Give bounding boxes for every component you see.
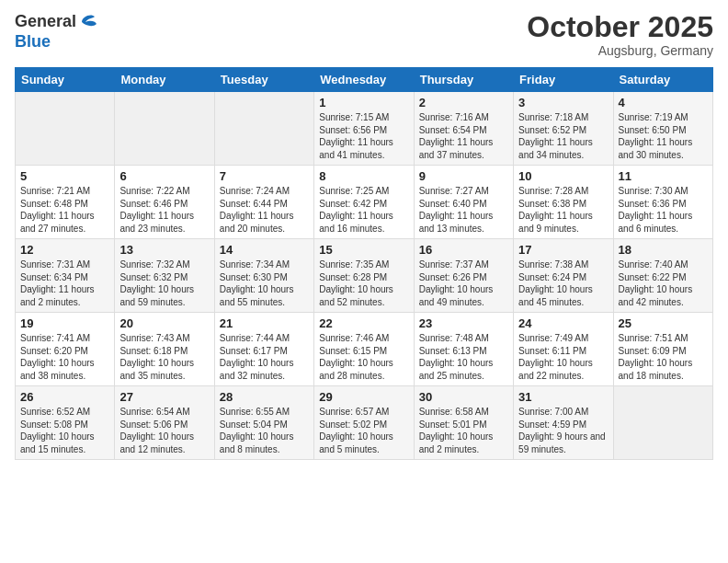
day-cell-w5-d7 bbox=[613, 386, 712, 460]
header-friday: Friday bbox=[514, 68, 613, 92]
day-number: 11 bbox=[619, 169, 708, 183]
day-info: Sunrise: 7:51 AM Sunset: 6:09 PM Dayligh… bbox=[619, 332, 708, 382]
day-info: Sunrise: 6:55 AM Sunset: 5:04 PM Dayligh… bbox=[220, 406, 309, 455]
day-info: Sunrise: 7:16 AM Sunset: 6:54 PM Dayligh… bbox=[419, 111, 508, 161]
week-row-4: 19Sunrise: 7:41 AM Sunset: 6:20 PM Dayli… bbox=[16, 313, 713, 386]
day-number: 21 bbox=[220, 316, 309, 330]
day-number: 13 bbox=[119, 243, 209, 257]
calendar-table: Sunday Monday Tuesday Wednesday Thursday… bbox=[15, 67, 713, 460]
day-info: Sunrise: 7:40 AM Sunset: 6:22 PM Dayligh… bbox=[619, 259, 708, 308]
day-info: Sunrise: 7:27 AM Sunset: 6:40 PM Dayligh… bbox=[419, 185, 508, 235]
day-cell-w2-d4: 8Sunrise: 7:25 AM Sunset: 6:42 PM Daylig… bbox=[314, 166, 414, 239]
day-number: 16 bbox=[419, 243, 508, 257]
day-cell-w2-d1: 5Sunrise: 7:21 AM Sunset: 6:48 PM Daylig… bbox=[16, 166, 115, 239]
day-number: 25 bbox=[619, 316, 708, 330]
day-cell-w1-d5: 2Sunrise: 7:16 AM Sunset: 6:54 PM Daylig… bbox=[414, 92, 513, 166]
day-number: 2 bbox=[419, 96, 508, 109]
day-number: 3 bbox=[518, 96, 608, 109]
week-row-2: 5Sunrise: 7:21 AM Sunset: 6:48 PM Daylig… bbox=[16, 166, 713, 239]
day-cell-w5-d4: 29Sunrise: 6:57 AM Sunset: 5:02 PM Dayli… bbox=[314, 386, 414, 460]
day-number: 24 bbox=[518, 316, 608, 330]
header: General Blue October 2025 Augsburg, Germ… bbox=[15, 11, 713, 58]
day-number: 5 bbox=[20, 169, 109, 183]
day-number: 4 bbox=[619, 96, 708, 109]
day-cell-w2-d7: 11Sunrise: 7:30 AM Sunset: 6:36 PM Dayli… bbox=[613, 166, 712, 239]
day-info: Sunrise: 7:37 AM Sunset: 6:26 PM Dayligh… bbox=[419, 259, 508, 308]
day-cell-w1-d1 bbox=[16, 92, 115, 166]
day-number: 22 bbox=[319, 316, 408, 330]
day-number: 7 bbox=[220, 169, 309, 183]
weekday-header-row: Sunday Monday Tuesday Wednesday Thursday… bbox=[16, 68, 713, 92]
day-cell-w3-d7: 18Sunrise: 7:40 AM Sunset: 6:22 PM Dayli… bbox=[613, 239, 712, 313]
header-tuesday: Tuesday bbox=[214, 68, 313, 92]
day-cell-w2-d3: 7Sunrise: 7:24 AM Sunset: 6:44 PM Daylig… bbox=[214, 166, 313, 239]
day-info: Sunrise: 7:19 AM Sunset: 6:50 PM Dayligh… bbox=[619, 111, 708, 161]
day-info: Sunrise: 6:58 AM Sunset: 5:01 PM Dayligh… bbox=[419, 406, 508, 455]
day-number: 10 bbox=[518, 169, 608, 183]
day-number: 30 bbox=[419, 390, 508, 404]
day-info: Sunrise: 7:32 AM Sunset: 6:32 PM Dayligh… bbox=[119, 259, 209, 308]
day-number: 29 bbox=[319, 390, 408, 404]
day-cell-w4-d1: 19Sunrise: 7:41 AM Sunset: 6:20 PM Dayli… bbox=[16, 313, 115, 386]
week-row-3: 12Sunrise: 7:31 AM Sunset: 6:34 PM Dayli… bbox=[16, 239, 713, 313]
day-info: Sunrise: 7:38 AM Sunset: 6:24 PM Dayligh… bbox=[518, 259, 608, 308]
day-cell-w4-d5: 23Sunrise: 7:48 AM Sunset: 6:13 PM Dayli… bbox=[414, 313, 513, 386]
day-cell-w3-d1: 12Sunrise: 7:31 AM Sunset: 6:34 PM Dayli… bbox=[16, 239, 115, 313]
day-number: 26 bbox=[20, 390, 109, 404]
day-info: Sunrise: 7:43 AM Sunset: 6:18 PM Dayligh… bbox=[119, 332, 209, 382]
header-sunday: Sunday bbox=[16, 68, 115, 92]
day-info: Sunrise: 7:28 AM Sunset: 6:38 PM Dayligh… bbox=[518, 185, 608, 235]
day-number: 28 bbox=[220, 390, 309, 404]
header-thursday: Thursday bbox=[414, 68, 513, 92]
day-info: Sunrise: 6:54 AM Sunset: 5:06 PM Dayligh… bbox=[119, 406, 209, 455]
day-info: Sunrise: 7:35 AM Sunset: 6:28 PM Dayligh… bbox=[319, 259, 408, 308]
day-number: 6 bbox=[119, 169, 209, 183]
day-cell-w3-d5: 16Sunrise: 7:37 AM Sunset: 6:26 PM Dayli… bbox=[414, 239, 513, 313]
logo-general-text: General bbox=[15, 13, 76, 31]
day-cell-w4-d6: 24Sunrise: 7:49 AM Sunset: 6:11 PM Dayli… bbox=[514, 313, 613, 386]
day-cell-w2-d2: 6Sunrise: 7:22 AM Sunset: 6:46 PM Daylig… bbox=[115, 166, 214, 239]
day-cell-w5-d2: 27Sunrise: 6:54 AM Sunset: 5:06 PM Dayli… bbox=[115, 386, 214, 460]
day-cell-w3-d4: 15Sunrise: 7:35 AM Sunset: 6:28 PM Dayli… bbox=[314, 239, 414, 313]
day-cell-w3-d3: 14Sunrise: 7:34 AM Sunset: 6:30 PM Dayli… bbox=[214, 239, 313, 313]
day-info: Sunrise: 7:15 AM Sunset: 6:56 PM Dayligh… bbox=[319, 111, 408, 161]
day-number: 14 bbox=[220, 243, 309, 257]
day-cell-w1-d2 bbox=[115, 92, 214, 166]
day-number: 12 bbox=[20, 243, 109, 257]
day-number: 27 bbox=[119, 390, 209, 404]
day-cell-w1-d4: 1Sunrise: 7:15 AM Sunset: 6:56 PM Daylig… bbox=[314, 92, 414, 166]
day-cell-w4-d7: 25Sunrise: 7:51 AM Sunset: 6:09 PM Dayli… bbox=[613, 313, 712, 386]
calendar-title: October 2025 bbox=[527, 11, 713, 43]
day-info: Sunrise: 7:46 AM Sunset: 6:15 PM Dayligh… bbox=[319, 332, 408, 382]
day-number: 15 bbox=[319, 243, 408, 257]
day-number: 1 bbox=[319, 96, 408, 109]
day-number: 19 bbox=[20, 316, 109, 330]
day-info: Sunrise: 7:18 AM Sunset: 6:52 PM Dayligh… bbox=[518, 111, 608, 161]
day-info: Sunrise: 7:41 AM Sunset: 6:20 PM Dayligh… bbox=[20, 332, 109, 382]
day-info: Sunrise: 7:22 AM Sunset: 6:46 PM Dayligh… bbox=[119, 185, 209, 235]
day-number: 8 bbox=[319, 169, 408, 183]
day-number: 31 bbox=[518, 390, 608, 404]
day-info: Sunrise: 6:52 AM Sunset: 5:08 PM Dayligh… bbox=[20, 406, 109, 455]
day-info: Sunrise: 7:21 AM Sunset: 6:48 PM Dayligh… bbox=[20, 185, 109, 235]
day-number: 9 bbox=[419, 169, 508, 183]
header-monday: Monday bbox=[115, 68, 214, 92]
week-row-1: 1Sunrise: 7:15 AM Sunset: 6:56 PM Daylig… bbox=[16, 92, 713, 166]
day-cell-w5-d5: 30Sunrise: 6:58 AM Sunset: 5:01 PM Dayli… bbox=[414, 386, 513, 460]
day-info: Sunrise: 7:31 AM Sunset: 6:34 PM Dayligh… bbox=[20, 259, 109, 308]
day-cell-w5-d1: 26Sunrise: 6:52 AM Sunset: 5:08 PM Dayli… bbox=[16, 386, 115, 460]
day-cell-w5-d3: 28Sunrise: 6:55 AM Sunset: 5:04 PM Dayli… bbox=[214, 386, 313, 460]
day-info: Sunrise: 7:34 AM Sunset: 6:30 PM Dayligh… bbox=[220, 259, 309, 308]
day-info: Sunrise: 6:57 AM Sunset: 5:02 PM Dayligh… bbox=[319, 406, 408, 455]
day-info: Sunrise: 7:00 AM Sunset: 4:59 PM Dayligh… bbox=[518, 406, 608, 455]
title-block: October 2025 Augsburg, Germany bbox=[527, 11, 713, 58]
day-cell-w1-d7: 4Sunrise: 7:19 AM Sunset: 6:50 PM Daylig… bbox=[613, 92, 712, 166]
day-cell-w1-d6: 3Sunrise: 7:18 AM Sunset: 6:52 PM Daylig… bbox=[514, 92, 613, 166]
header-wednesday: Wednesday bbox=[314, 68, 414, 92]
day-info: Sunrise: 7:25 AM Sunset: 6:42 PM Dayligh… bbox=[319, 185, 408, 235]
logo: General Blue bbox=[15, 11, 97, 52]
day-cell-w2-d5: 9Sunrise: 7:27 AM Sunset: 6:40 PM Daylig… bbox=[414, 166, 513, 239]
calendar-subtitle: Augsburg, Germany bbox=[527, 43, 713, 58]
day-number: 18 bbox=[619, 243, 708, 257]
day-cell-w4-d2: 20Sunrise: 7:43 AM Sunset: 6:18 PM Dayli… bbox=[115, 313, 214, 386]
